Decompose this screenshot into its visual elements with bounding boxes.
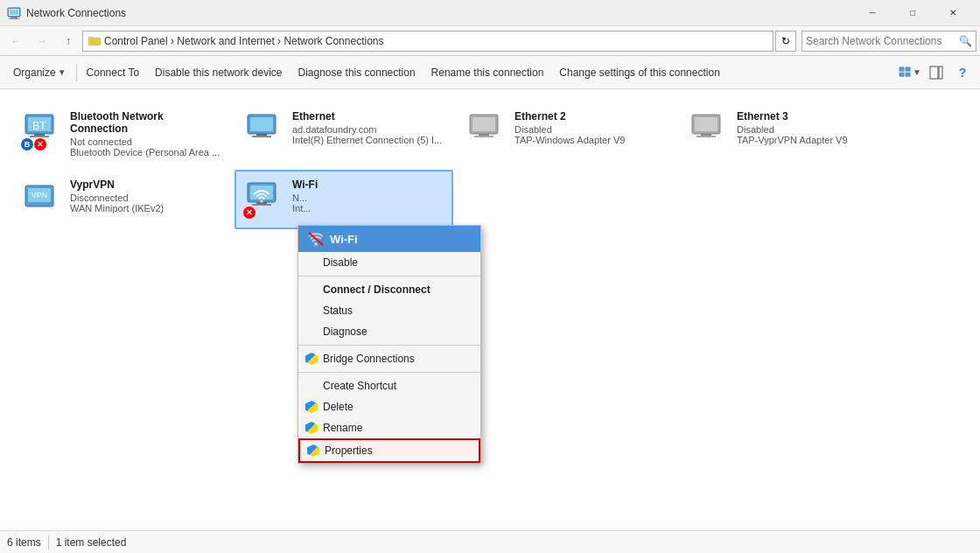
network-info-vyprvpn: VyprVPN Disconnected WAN Miniport (IKEv2… xyxy=(70,178,222,214)
view-chevron: ▼ xyxy=(913,67,921,77)
context-separator-separator3 xyxy=(298,372,480,373)
network-status-vyprvpn: Disconnected xyxy=(70,192,222,203)
diagnose-button[interactable]: Diagnose this connection xyxy=(290,58,424,88)
status-separator xyxy=(48,536,49,550)
view-button[interactable]: ▼ xyxy=(898,60,922,85)
up-button[interactable]: ↑ xyxy=(56,29,80,53)
network-status-ethernet: ad.datafoundry.com xyxy=(292,124,444,135)
context-label-delete: Delete xyxy=(323,401,354,413)
network-info-bluetooth: Bluetooth Network Connection Not connect… xyxy=(70,110,222,158)
folder-icon xyxy=(88,35,101,47)
window-title: Network Connections xyxy=(26,7,852,19)
network-item-wifi[interactable]: ✕ Wi-Fi N... Int... xyxy=(234,170,453,229)
search-icon: 🔍 xyxy=(959,35,972,47)
svg-rect-30 xyxy=(696,136,716,137)
connect-to-label: Connect To xyxy=(87,66,140,79)
breadcrumb: Control Panel › Network and Internet › N… xyxy=(82,31,774,52)
svg-text:VPN: VPN xyxy=(32,191,48,200)
network-name-wifi: Wi-Fi xyxy=(292,178,444,191)
shield-icon xyxy=(307,444,319,457)
disable-button[interactable]: Disable this network device xyxy=(147,58,290,88)
svg-rect-2 xyxy=(9,18,19,19)
network-device-vyprvpn: WAN Miniport (IKEv2) xyxy=(70,203,222,214)
svg-rect-21 xyxy=(256,134,267,136)
address-bar: ← → ↑ Control Panel › Network and Intern… xyxy=(0,26,980,56)
preview-button[interactable] xyxy=(924,60,948,85)
svg-rect-16 xyxy=(34,134,45,136)
connect-to-button[interactable]: Connect To xyxy=(79,58,148,88)
svg-rect-10 xyxy=(930,66,938,79)
breadcrumb-text: Control Panel › Network and Internet › N… xyxy=(104,35,383,47)
network-item-ethernet[interactable]: Ethernet ad.datafoundry.com Intel(R) Eth… xyxy=(234,102,453,166)
network-item-vyprvpn[interactable]: VPN VyprVPN Disconnected WAN Miniport (I… xyxy=(12,170,231,229)
context-label-properties: Properties xyxy=(325,444,373,457)
svg-rect-24 xyxy=(472,117,495,131)
network-item-ethernet3[interactable]: Ethernet 3 Disabled TAP-VyprVPN Adapter … xyxy=(679,102,898,166)
restore-button[interactable]: □ xyxy=(892,0,933,26)
svg-rect-17 xyxy=(30,136,49,137)
window-controls: ─ □ ✕ xyxy=(852,0,973,26)
organize-label: Organize xyxy=(13,66,56,79)
change-settings-label: Change settings of this connection xyxy=(559,66,719,79)
search-box[interactable]: 🔍 xyxy=(802,31,976,52)
svg-rect-6 xyxy=(900,66,904,70)
network-status-ethernet2: Disabled xyxy=(514,124,667,135)
rename-button[interactable]: Rename this connection xyxy=(424,58,552,88)
context-menu-title: Wi-Fi xyxy=(330,233,358,246)
svg-rect-20 xyxy=(250,117,273,131)
diagnose-label: Diagnose this connection xyxy=(298,66,416,79)
title-bar: Network Connections ─ □ ✕ xyxy=(0,0,980,26)
context-label-disable: Disable xyxy=(323,256,358,269)
minimize-button[interactable]: ─ xyxy=(852,0,892,26)
svg-rect-29 xyxy=(701,134,711,136)
context-item-diagnose[interactable]: Diagnose xyxy=(298,321,480,342)
help-button[interactable]: ? xyxy=(950,60,975,85)
wifi-header-icon xyxy=(307,231,325,247)
network-name-ethernet: Ethernet xyxy=(292,110,444,122)
status-bar: 6 items 1 item selected xyxy=(0,530,980,553)
context-label-bridge: Bridge Connections xyxy=(323,353,415,365)
search-input[interactable] xyxy=(806,35,959,47)
items-count: 6 items xyxy=(7,536,41,549)
svg-rect-37 xyxy=(252,204,271,206)
context-item-disable[interactable]: Disable xyxy=(298,252,480,273)
network-name-vyprvpn: VyprVPN xyxy=(70,178,222,191)
context-item-delete[interactable]: Delete xyxy=(298,396,480,417)
context-menu-items: DisableConnect / DisconnectStatusDiagnos… xyxy=(298,252,480,463)
context-item-create_shortcut[interactable]: Create Shortcut xyxy=(298,375,480,396)
network-item-ethernet2[interactable]: Ethernet 2 Disabled TAP-Windows Adapter … xyxy=(457,102,676,166)
svg-rect-26 xyxy=(474,136,494,137)
svg-rect-4 xyxy=(10,10,18,15)
main-content: Wi-Fi DisableConnect / DisconnectStatusD… xyxy=(0,89,980,530)
svg-rect-7 xyxy=(906,66,910,70)
network-device-ethernet: Intel(R) Ethernet Connection (5) I... xyxy=(292,135,444,145)
selected-count: 1 item selected xyxy=(56,536,127,549)
context-label-status: Status xyxy=(323,304,353,317)
svg-rect-5 xyxy=(88,38,101,46)
context-item-properties[interactable]: Properties xyxy=(298,438,480,463)
network-icon-wifi: ✕ xyxy=(243,178,285,220)
context-label-rename: Rename xyxy=(323,422,362,434)
network-icon-bluetooth: BT B ✕ xyxy=(21,110,63,152)
network-status-bluetooth: Not connected xyxy=(70,136,222,147)
organize-button[interactable]: Organize ▼ xyxy=(5,58,74,88)
context-label-connect: Connect / Disconnect xyxy=(323,284,430,296)
svg-rect-9 xyxy=(906,73,910,76)
context-item-rename[interactable]: Rename xyxy=(298,417,480,438)
svg-rect-25 xyxy=(479,134,489,136)
svg-rect-8 xyxy=(900,73,904,76)
view-icon xyxy=(899,66,911,80)
rename-label: Rename this connection xyxy=(431,66,544,79)
network-item-bluetooth[interactable]: BT B ✕ Bluetooth Network Connection Not … xyxy=(12,102,231,166)
close-button[interactable]: ✕ xyxy=(933,0,973,26)
context-item-bridge[interactable]: Bridge Connections xyxy=(298,348,480,369)
context-item-status[interactable]: Status xyxy=(298,300,480,321)
svg-rect-11 xyxy=(939,66,942,79)
svg-rect-1 xyxy=(10,17,18,18)
context-item-connect[interactable]: Connect / Disconnect xyxy=(298,279,480,300)
back-button[interactable]: ← xyxy=(4,29,28,53)
change-settings-button[interactable]: Change settings of this connection xyxy=(551,58,727,88)
forward-button[interactable]: → xyxy=(30,29,54,53)
refresh-button[interactable]: ↻ xyxy=(775,31,796,52)
network-icon-vyprvpn: VPN xyxy=(21,178,63,220)
